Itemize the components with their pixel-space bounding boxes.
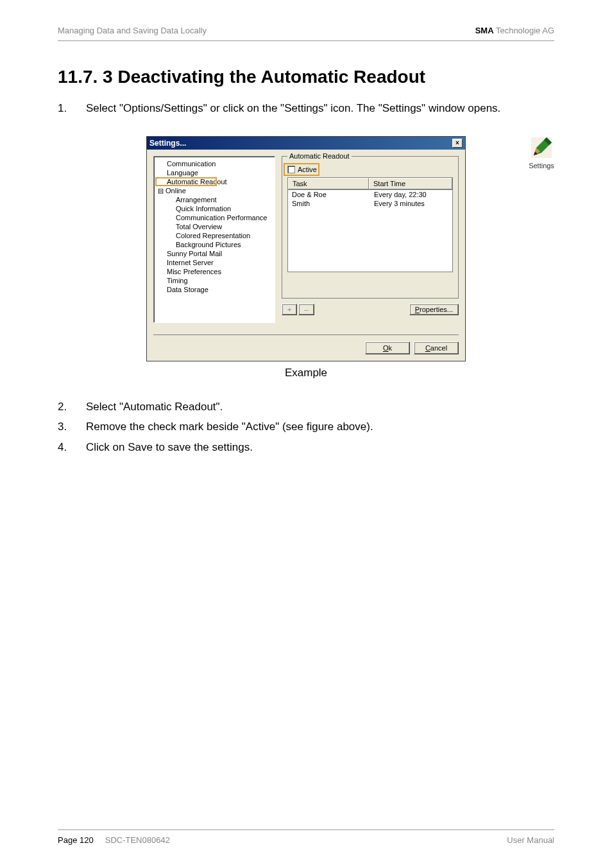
settings-tree[interactable]: Communication Language Automatic Readout… [153,156,275,323]
tree-data-storage[interactable]: Data Storage [158,285,271,294]
task-cell: Doe & Roe [288,190,370,199]
footer-page-label: Page 120 [58,835,94,845]
tree-quick-information[interactable]: Quick Information [158,204,271,213]
tree-automatic-readout-label: Automatic Readout [167,178,227,186]
step-2-number: 2. [58,399,86,415]
tree-automatic-readout[interactable]: Automatic Readout [158,178,227,186]
starttime-cell: Every day, 22:30 [370,190,452,199]
footer-right: User Manual [507,835,554,845]
step-4: 4. Click on Save to save the settings. [58,439,554,456]
tree-background-pictures[interactable]: Background Pictures [158,240,271,249]
step-1: 1. Select "Options/Settings" or click on… [58,100,554,117]
step-1-number: 1. [58,100,86,117]
cancel-rest: ancel [430,344,447,352]
header-divider [58,40,554,41]
page-footer: Page 120 SDC-TEN080642 User Manual [58,829,554,845]
col-task-header[interactable]: Task [288,178,369,189]
list-item[interactable]: Doe & Roe Every day, 22:30 [288,190,452,199]
tree-sunny-portal-mail[interactable]: Sunny Portal Mail [158,249,271,258]
tree-internet-server[interactable]: Internet Server [158,258,271,267]
tree-communication-performance[interactable]: Communication Performance [158,213,271,222]
task-cell: Smith [288,199,370,208]
ok-button[interactable]: Ok [365,342,410,354]
active-checkbox-row: Active [287,166,317,173]
screenshot-caption: Example [58,367,554,379]
footer-divider [58,829,554,830]
section-title: 11.7. 3 Deactivating the Automatic Reado… [58,67,554,87]
dialog-title: Settings... [149,139,186,148]
header-right-rest: Technologie AG [494,26,554,35]
step-2: 2. Select "Automatic Readout". [58,399,554,415]
step-4-number: 4. [58,439,86,456]
remove-task-button[interactable]: – [298,304,314,315]
readout-task-list[interactable]: Doe & Roe Every day, 22:30 Smith Every 3… [287,190,453,272]
step-4-text: Click on Save to save the settings. [86,439,554,456]
settings-icon-block: Settings [529,135,554,169]
settings-dialog-screenshot: Settings... × Communication Language Aut… [146,136,466,361]
tree-online-label: Online [166,187,186,195]
groupbox-legend: Automatic Readout [287,152,352,160]
readout-table-header: Task Start Time [287,177,453,190]
step-3: 3. Remove the check mark beside "Active"… [58,419,554,435]
step-1-text: Select "Options/Settings" or click on th… [86,100,554,117]
dialog-close-button[interactable]: × [452,139,463,148]
tree-language[interactable]: Language [158,168,271,177]
header-right: SMA Technologie AG [475,26,554,35]
list-item[interactable]: Smith Every 3 minutes [288,199,452,208]
header-left: Managing Data and Saving Data Locally [58,26,207,35]
add-task-button[interactable]: + [282,304,297,315]
header-right-bold: SMA [475,26,494,35]
dialog-titlebar: Settings... × [147,137,465,150]
starttime-cell: Every 3 minutes [370,199,452,208]
settings-icon-label: Settings [529,162,554,169]
tree-arrangement[interactable]: Arrangement [158,195,271,204]
col-starttime-header[interactable]: Start Time [369,178,452,189]
active-label: Active [298,166,317,173]
tree-colored-representation[interactable]: Colored Representation [158,231,271,240]
footer-doc-code: SDC-TEN080642 [105,835,170,845]
active-checkbox[interactable] [287,166,295,173]
step-3-number: 3. [58,419,86,435]
cancel-button[interactable]: Cancel [414,342,459,354]
ok-rest: k [389,344,393,352]
properties-button[interactable]: Properties... [409,304,459,315]
tree-total-overview[interactable]: Total Overview [158,222,271,231]
tree-misc-preferences[interactable]: Misc Preferences [158,267,271,276]
dialog-footer: Ok Cancel [153,334,459,361]
automatic-readout-groupbox: Automatic Readout Active Task Start Time [282,156,459,299]
step-3-text: Remove the check mark beside "Active" (s… [86,419,554,435]
tree-timing[interactable]: Timing [158,276,271,285]
tree-online[interactable]: ⊟ Online [158,186,271,195]
properties-label-rest: roperties... [420,306,453,313]
settings-pencil-icon [529,135,554,161]
step-2-text: Select "Automatic Readout". [86,399,554,415]
page-header: Managing Data and Saving Data Locally SM… [58,26,554,35]
tree-communication[interactable]: Communication [158,159,271,168]
